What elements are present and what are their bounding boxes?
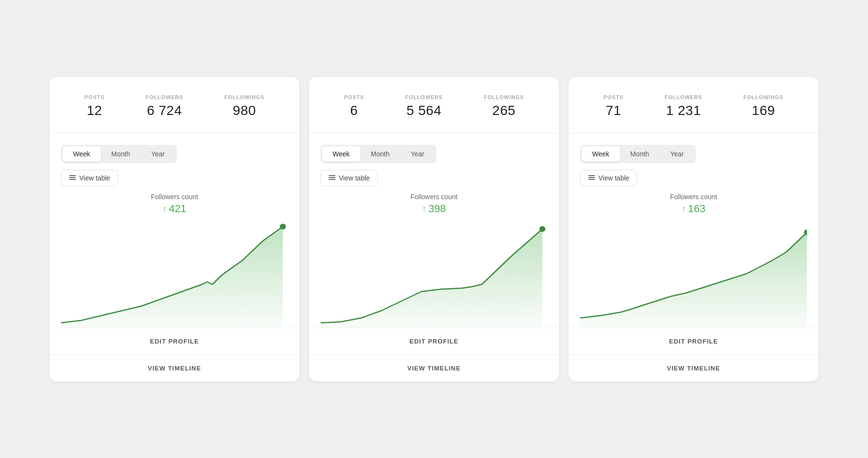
followers-section: Followers count ↑ 163	[580, 193, 807, 215]
profile-card-1: POSTS 12 FOLLOWERS 6 724 FOLLOWINGS 980 …	[50, 77, 299, 382]
followers-count-label: Followers count	[410, 193, 458, 201]
stats-section: POSTS 6 FOLLOWERS 5 564 FOLLOWINGS 265	[309, 77, 559, 133]
svg-rect-3	[329, 175, 335, 176]
chart-endpoint	[280, 224, 286, 229]
followers-stat: FOLLOWERS 1 231	[665, 94, 702, 118]
followers-count-value: ↑ 421	[162, 203, 186, 215]
cards-container: POSTS 12 FOLLOWERS 6 724 FOLLOWINGS 980 …	[10, 77, 858, 382]
view-table-label: View table	[79, 174, 110, 182]
followers-stat: FOLLOWERS 5 564	[405, 94, 443, 118]
month-toggle-btn[interactable]: Month	[101, 146, 141, 162]
followers-label: FOLLOWERS	[405, 94, 443, 100]
followings-value: 169	[752, 103, 775, 118]
chart-area	[580, 222, 807, 328]
edit-profile-button[interactable]: EDIT PROFILE	[569, 328, 818, 355]
edit-profile-button[interactable]: EDIT PROFILE	[50, 328, 299, 355]
svg-rect-6	[588, 175, 595, 176]
edit-profile-button[interactable]: EDIT PROFILE	[309, 328, 559, 355]
time-toggle: Week Month Year	[61, 145, 177, 163]
svg-rect-8	[588, 179, 595, 180]
posts-stat: POSTS 6	[344, 94, 364, 118]
posts-stat: POSTS 12	[85, 94, 105, 118]
time-toggle: Week Month Year	[580, 145, 696, 163]
followings-label: FOLLOWINGS	[744, 94, 783, 100]
view-table-button[interactable]: View table	[61, 170, 118, 186]
followers-value: 5 564	[407, 103, 442, 118]
table-icon	[329, 175, 335, 181]
chart-section: Week Month Year View table Followers cou…	[50, 133, 299, 328]
view-table-label: View table	[598, 174, 629, 182]
svg-rect-1	[69, 177, 76, 178]
week-toggle-btn[interactable]: Week	[582, 146, 620, 162]
followers-count-label: Followers count	[670, 193, 717, 201]
table-icon	[588, 175, 595, 181]
svg-rect-0	[69, 175, 76, 176]
year-toggle-btn[interactable]: Year	[140, 146, 175, 162]
followers-count-label: Followers count	[151, 193, 198, 201]
posts-label: POSTS	[344, 94, 364, 100]
chart-area	[61, 222, 288, 328]
stats-section: POSTS 12 FOLLOWERS 6 724 FOLLOWINGS 980	[50, 77, 299, 133]
month-toggle-btn[interactable]: Month	[620, 146, 660, 162]
followers-count-value: ↑ 398	[422, 203, 446, 215]
profile-card-2: POSTS 6 FOLLOWERS 5 564 FOLLOWINGS 265 W…	[309, 77, 559, 382]
followers-section: Followers count ↑ 421	[61, 193, 288, 215]
followings-stat: FOLLOWINGS 169	[744, 94, 783, 118]
profile-card-3: POSTS 71 FOLLOWERS 1 231 FOLLOWINGS 169 …	[569, 77, 818, 382]
chart-svg	[61, 222, 288, 328]
chart-svg	[321, 222, 547, 328]
year-toggle-btn[interactable]: Year	[400, 146, 434, 162]
stats-section: POSTS 71 FOLLOWERS 1 231 FOLLOWINGS 169	[569, 77, 818, 133]
followings-stat: FOLLOWINGS 265	[484, 94, 524, 118]
chart-section: Week Month Year View table Followers cou…	[569, 133, 818, 328]
svg-rect-7	[588, 177, 595, 178]
posts-value: 71	[606, 103, 621, 118]
followings-value: 265	[492, 103, 515, 118]
followers-stat: FOLLOWERS 6 724	[146, 94, 183, 118]
followings-stat: FOLLOWINGS 980	[224, 94, 264, 118]
actions-section: EDIT PROFILE VIEW TIMELINE	[50, 328, 299, 382]
chart-area	[321, 222, 547, 328]
table-icon	[69, 175, 76, 181]
followers-label: FOLLOWERS	[665, 94, 702, 100]
svg-rect-2	[69, 179, 76, 180]
month-toggle-btn[interactable]: Month	[360, 146, 400, 162]
followings-value: 980	[233, 103, 256, 118]
view-timeline-button[interactable]: VIEW TIMELINE	[569, 355, 818, 382]
posts-label: POSTS	[85, 94, 105, 100]
followers-value: 6 724	[147, 103, 182, 118]
actions-section: EDIT PROFILE VIEW TIMELINE	[309, 328, 559, 382]
posts-value: 12	[87, 103, 102, 118]
view-timeline-button[interactable]: VIEW TIMELINE	[50, 355, 299, 382]
week-toggle-btn[interactable]: Week	[62, 146, 101, 162]
posts-label: POSTS	[604, 94, 624, 100]
followings-label: FOLLOWINGS	[484, 94, 524, 100]
followers-count-value: ↑ 163	[682, 203, 706, 215]
view-timeline-button[interactable]: VIEW TIMELINE	[309, 355, 559, 382]
followers-label: FOLLOWERS	[146, 94, 183, 100]
year-toggle-btn[interactable]: Year	[659, 146, 694, 162]
view-table-button[interactable]: View table	[321, 170, 378, 186]
actions-section: EDIT PROFILE VIEW TIMELINE	[569, 328, 818, 382]
week-toggle-btn[interactable]: Week	[322, 146, 360, 162]
posts-stat: POSTS 71	[604, 94, 624, 118]
chart-area-fill	[321, 229, 543, 328]
chart-endpoint	[539, 226, 546, 232]
svg-rect-4	[329, 177, 335, 178]
view-table-label: View table	[339, 174, 370, 182]
chart-area-fill	[61, 227, 283, 328]
posts-value: 6	[350, 103, 358, 118]
followers-value: 1 231	[666, 103, 701, 118]
view-table-button[interactable]: View table	[580, 170, 637, 186]
chart-svg	[580, 222, 807, 328]
time-toggle: Week Month Year	[321, 145, 436, 163]
svg-rect-5	[329, 179, 335, 180]
chart-section: Week Month Year View table Followers cou…	[309, 133, 559, 328]
followers-section: Followers count ↑ 398	[321, 193, 547, 215]
followings-label: FOLLOWINGS	[224, 94, 264, 100]
